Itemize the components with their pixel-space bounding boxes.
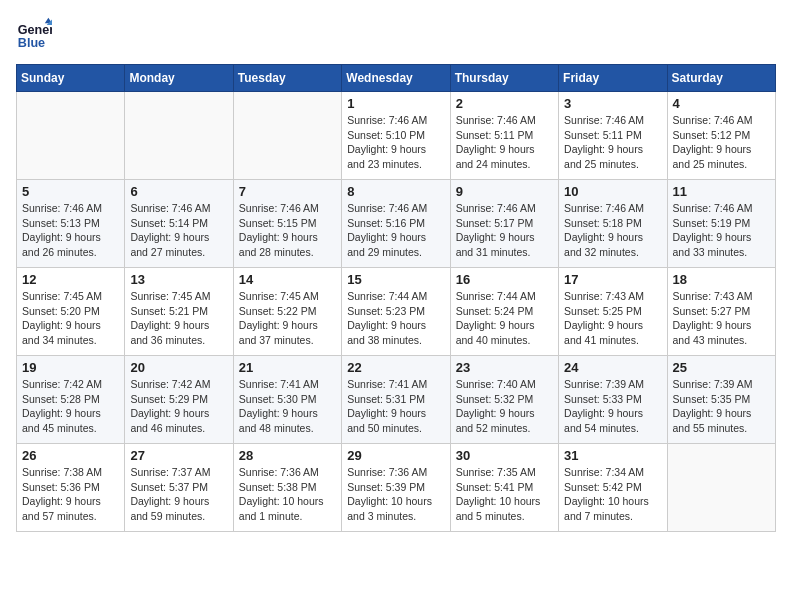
day-number: 18 bbox=[673, 272, 770, 287]
day-info: Sunrise: 7:46 AM Sunset: 5:11 PM Dayligh… bbox=[456, 113, 553, 172]
day-info: Sunrise: 7:46 AM Sunset: 5:10 PM Dayligh… bbox=[347, 113, 444, 172]
day-info: Sunrise: 7:34 AM Sunset: 5:42 PM Dayligh… bbox=[564, 465, 661, 524]
day-info: Sunrise: 7:45 AM Sunset: 5:22 PM Dayligh… bbox=[239, 289, 336, 348]
calendar-cell: 28Sunrise: 7:36 AM Sunset: 5:38 PM Dayli… bbox=[233, 444, 341, 532]
day-info: Sunrise: 7:37 AM Sunset: 5:37 PM Dayligh… bbox=[130, 465, 227, 524]
calendar-cell: 18Sunrise: 7:43 AM Sunset: 5:27 PM Dayli… bbox=[667, 268, 775, 356]
calendar-cell: 4Sunrise: 7:46 AM Sunset: 5:12 PM Daylig… bbox=[667, 92, 775, 180]
day-number: 13 bbox=[130, 272, 227, 287]
day-info: Sunrise: 7:44 AM Sunset: 5:24 PM Dayligh… bbox=[456, 289, 553, 348]
weekday-header-wednesday: Wednesday bbox=[342, 65, 450, 92]
day-number: 31 bbox=[564, 448, 661, 463]
svg-text:Blue: Blue bbox=[18, 36, 45, 50]
day-info: Sunrise: 7:46 AM Sunset: 5:11 PM Dayligh… bbox=[564, 113, 661, 172]
day-info: Sunrise: 7:46 AM Sunset: 5:15 PM Dayligh… bbox=[239, 201, 336, 260]
day-info: Sunrise: 7:43 AM Sunset: 5:27 PM Dayligh… bbox=[673, 289, 770, 348]
weekday-header-row: SundayMondayTuesdayWednesdayThursdayFrid… bbox=[17, 65, 776, 92]
day-info: Sunrise: 7:39 AM Sunset: 5:33 PM Dayligh… bbox=[564, 377, 661, 436]
day-info: Sunrise: 7:45 AM Sunset: 5:20 PM Dayligh… bbox=[22, 289, 119, 348]
day-number: 9 bbox=[456, 184, 553, 199]
day-info: Sunrise: 7:46 AM Sunset: 5:14 PM Dayligh… bbox=[130, 201, 227, 260]
calendar-cell: 29Sunrise: 7:36 AM Sunset: 5:39 PM Dayli… bbox=[342, 444, 450, 532]
day-info: Sunrise: 7:41 AM Sunset: 5:30 PM Dayligh… bbox=[239, 377, 336, 436]
calendar-cell: 15Sunrise: 7:44 AM Sunset: 5:23 PM Dayli… bbox=[342, 268, 450, 356]
day-info: Sunrise: 7:46 AM Sunset: 5:13 PM Dayligh… bbox=[22, 201, 119, 260]
day-number: 15 bbox=[347, 272, 444, 287]
calendar-cell: 2Sunrise: 7:46 AM Sunset: 5:11 PM Daylig… bbox=[450, 92, 558, 180]
day-info: Sunrise: 7:45 AM Sunset: 5:21 PM Dayligh… bbox=[130, 289, 227, 348]
weekday-header-tuesday: Tuesday bbox=[233, 65, 341, 92]
weekday-header-saturday: Saturday bbox=[667, 65, 775, 92]
calendar-cell: 6Sunrise: 7:46 AM Sunset: 5:14 PM Daylig… bbox=[125, 180, 233, 268]
day-number: 17 bbox=[564, 272, 661, 287]
calendar-cell: 25Sunrise: 7:39 AM Sunset: 5:35 PM Dayli… bbox=[667, 356, 775, 444]
calendar-cell: 9Sunrise: 7:46 AM Sunset: 5:17 PM Daylig… bbox=[450, 180, 558, 268]
day-number: 4 bbox=[673, 96, 770, 111]
calendar-cell: 19Sunrise: 7:42 AM Sunset: 5:28 PM Dayli… bbox=[17, 356, 125, 444]
calendar-cell: 20Sunrise: 7:42 AM Sunset: 5:29 PM Dayli… bbox=[125, 356, 233, 444]
day-number: 3 bbox=[564, 96, 661, 111]
calendar-cell: 1Sunrise: 7:46 AM Sunset: 5:10 PM Daylig… bbox=[342, 92, 450, 180]
calendar-cell: 17Sunrise: 7:43 AM Sunset: 5:25 PM Dayli… bbox=[559, 268, 667, 356]
day-number: 7 bbox=[239, 184, 336, 199]
weekday-header-sunday: Sunday bbox=[17, 65, 125, 92]
day-info: Sunrise: 7:46 AM Sunset: 5:17 PM Dayligh… bbox=[456, 201, 553, 260]
day-info: Sunrise: 7:42 AM Sunset: 5:28 PM Dayligh… bbox=[22, 377, 119, 436]
day-info: Sunrise: 7:38 AM Sunset: 5:36 PM Dayligh… bbox=[22, 465, 119, 524]
calendar-cell bbox=[125, 92, 233, 180]
day-info: Sunrise: 7:35 AM Sunset: 5:41 PM Dayligh… bbox=[456, 465, 553, 524]
day-number: 30 bbox=[456, 448, 553, 463]
day-number: 8 bbox=[347, 184, 444, 199]
calendar: SundayMondayTuesdayWednesdayThursdayFrid… bbox=[16, 64, 776, 532]
page-header: General Blue bbox=[16, 16, 776, 52]
day-number: 27 bbox=[130, 448, 227, 463]
calendar-cell: 5Sunrise: 7:46 AM Sunset: 5:13 PM Daylig… bbox=[17, 180, 125, 268]
week-row-4: 19Sunrise: 7:42 AM Sunset: 5:28 PM Dayli… bbox=[17, 356, 776, 444]
day-info: Sunrise: 7:43 AM Sunset: 5:25 PM Dayligh… bbox=[564, 289, 661, 348]
day-number: 28 bbox=[239, 448, 336, 463]
day-number: 16 bbox=[456, 272, 553, 287]
day-info: Sunrise: 7:46 AM Sunset: 5:18 PM Dayligh… bbox=[564, 201, 661, 260]
day-info: Sunrise: 7:36 AM Sunset: 5:38 PM Dayligh… bbox=[239, 465, 336, 524]
day-info: Sunrise: 7:41 AM Sunset: 5:31 PM Dayligh… bbox=[347, 377, 444, 436]
calendar-cell: 22Sunrise: 7:41 AM Sunset: 5:31 PM Dayli… bbox=[342, 356, 450, 444]
calendar-cell: 13Sunrise: 7:45 AM Sunset: 5:21 PM Dayli… bbox=[125, 268, 233, 356]
day-number: 21 bbox=[239, 360, 336, 375]
day-info: Sunrise: 7:42 AM Sunset: 5:29 PM Dayligh… bbox=[130, 377, 227, 436]
calendar-cell: 24Sunrise: 7:39 AM Sunset: 5:33 PM Dayli… bbox=[559, 356, 667, 444]
day-number: 24 bbox=[564, 360, 661, 375]
calendar-cell bbox=[667, 444, 775, 532]
day-number: 29 bbox=[347, 448, 444, 463]
week-row-3: 12Sunrise: 7:45 AM Sunset: 5:20 PM Dayli… bbox=[17, 268, 776, 356]
week-row-1: 1Sunrise: 7:46 AM Sunset: 5:10 PM Daylig… bbox=[17, 92, 776, 180]
day-number: 12 bbox=[22, 272, 119, 287]
day-number: 26 bbox=[22, 448, 119, 463]
day-info: Sunrise: 7:40 AM Sunset: 5:32 PM Dayligh… bbox=[456, 377, 553, 436]
calendar-cell: 31Sunrise: 7:34 AM Sunset: 5:42 PM Dayli… bbox=[559, 444, 667, 532]
calendar-cell: 14Sunrise: 7:45 AM Sunset: 5:22 PM Dayli… bbox=[233, 268, 341, 356]
calendar-cell: 12Sunrise: 7:45 AM Sunset: 5:20 PM Dayli… bbox=[17, 268, 125, 356]
day-number: 19 bbox=[22, 360, 119, 375]
weekday-header-thursday: Thursday bbox=[450, 65, 558, 92]
day-number: 6 bbox=[130, 184, 227, 199]
day-info: Sunrise: 7:36 AM Sunset: 5:39 PM Dayligh… bbox=[347, 465, 444, 524]
day-info: Sunrise: 7:39 AM Sunset: 5:35 PM Dayligh… bbox=[673, 377, 770, 436]
day-number: 23 bbox=[456, 360, 553, 375]
day-info: Sunrise: 7:44 AM Sunset: 5:23 PM Dayligh… bbox=[347, 289, 444, 348]
weekday-header-friday: Friday bbox=[559, 65, 667, 92]
day-number: 1 bbox=[347, 96, 444, 111]
day-info: Sunrise: 7:46 AM Sunset: 5:19 PM Dayligh… bbox=[673, 201, 770, 260]
logo: General Blue bbox=[16, 16, 56, 52]
calendar-cell: 27Sunrise: 7:37 AM Sunset: 5:37 PM Dayli… bbox=[125, 444, 233, 532]
calendar-cell: 16Sunrise: 7:44 AM Sunset: 5:24 PM Dayli… bbox=[450, 268, 558, 356]
calendar-cell bbox=[233, 92, 341, 180]
day-info: Sunrise: 7:46 AM Sunset: 5:16 PM Dayligh… bbox=[347, 201, 444, 260]
calendar-cell: 30Sunrise: 7:35 AM Sunset: 5:41 PM Dayli… bbox=[450, 444, 558, 532]
day-number: 11 bbox=[673, 184, 770, 199]
calendar-cell: 8Sunrise: 7:46 AM Sunset: 5:16 PM Daylig… bbox=[342, 180, 450, 268]
day-number: 20 bbox=[130, 360, 227, 375]
calendar-cell bbox=[17, 92, 125, 180]
day-number: 5 bbox=[22, 184, 119, 199]
logo-icon: General Blue bbox=[16, 16, 52, 52]
day-number: 10 bbox=[564, 184, 661, 199]
